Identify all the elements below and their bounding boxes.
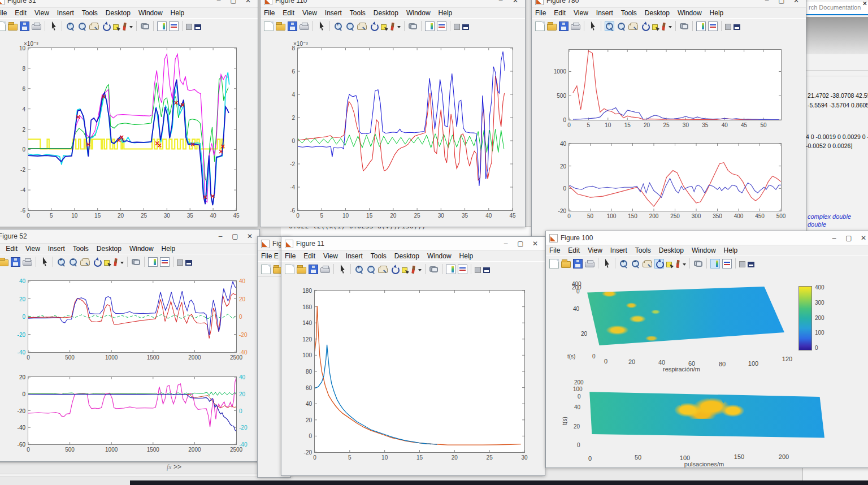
titlebar[interactable]: Figure 31 – ▢ ✕ — [0, 0, 258, 8]
menu-edit[interactable]: Edit — [6, 245, 18, 253]
colorbar-icon[interactable] — [710, 259, 720, 269]
window-figure-780[interactable]: Figure 780 – ▢ ✕ FileEditViewInsertTools… — [531, 0, 806, 243]
new-figure-icon[interactable] — [261, 265, 271, 274]
close-button[interactable]: ✕ — [241, 0, 255, 5]
taskbar-edge[interactable] — [130, 480, 868, 485]
maximize-button[interactable]: ▢ — [513, 240, 528, 248]
print-icon[interactable] — [300, 24, 309, 30]
rotate-icon[interactable] — [654, 259, 664, 269]
colorbar-icon[interactable] — [425, 21, 435, 31]
menu-view[interactable]: View — [302, 9, 317, 17]
new-icon[interactable] — [264, 21, 274, 31]
window-figure-52[interactable]: Figure 52 – ▢ ✕ FileEditViewInsertToolsD… — [0, 229, 260, 462]
dock2-icon[interactable] — [462, 24, 469, 30]
close-button[interactable]: ✕ — [508, 0, 523, 5]
open-icon[interactable] — [297, 267, 306, 274]
menu-tools[interactable]: Tools — [73, 245, 89, 253]
maximize-button[interactable]: ▢ — [226, 0, 241, 5]
datatip-icon[interactable] — [104, 260, 110, 266]
titlebar[interactable]: Figure 11 – ▢ ✕ — [281, 237, 545, 251]
print-icon[interactable] — [23, 260, 32, 266]
new-icon[interactable] — [535, 21, 545, 31]
zoom-in-icon[interactable] — [605, 21, 614, 31]
datatip-icon[interactable] — [402, 267, 407, 273]
menu-view[interactable]: View — [574, 9, 588, 17]
menu-edit[interactable]: Edit — [283, 9, 294, 17]
pan-icon[interactable] — [628, 24, 638, 30]
save-icon[interactable] — [11, 257, 20, 267]
open-icon[interactable] — [561, 261, 571, 268]
menu-desktop[interactable]: Desktop — [659, 246, 684, 254]
menu-desktop[interactable]: Desktop — [374, 9, 398, 17]
save-icon[interactable] — [559, 21, 568, 31]
legend-icon[interactable] — [160, 257, 170, 267]
colorbar-icon[interactable] — [446, 265, 455, 274]
zoom-in-icon[interactable] — [66, 21, 75, 31]
zoom-out-icon[interactable] — [366, 265, 376, 274]
dock2-icon[interactable] — [748, 262, 754, 267]
link-icon[interactable] — [693, 259, 703, 269]
brush-icon[interactable] — [662, 22, 666, 31]
legend-icon[interactable] — [437, 21, 446, 31]
zoom-in-icon[interactable] — [57, 257, 66, 267]
colorbar[interactable] — [798, 286, 812, 350]
surface-pulsaciones[interactable] — [587, 378, 824, 440]
menu-insert[interactable]: Insert — [596, 9, 613, 17]
minimize-button[interactable]: – — [498, 240, 513, 248]
menu-window[interactable]: Window — [406, 9, 431, 17]
link-icon[interactable] — [408, 21, 418, 31]
zoom-out-icon[interactable] — [77, 21, 87, 31]
menu-window[interactable]: Window — [427, 252, 452, 260]
link-icon[interactable] — [140, 21, 150, 31]
surface-respiracion[interactable] — [583, 287, 784, 345]
cursor-icon[interactable] — [588, 21, 597, 31]
zoom-out-icon[interactable] — [345, 21, 355, 31]
maximize-button[interactable]: ▢ — [228, 232, 242, 240]
menu-tools[interactable]: Tools — [371, 252, 387, 260]
titlebar[interactable]: Figure 100 – ▢ ✕ — [546, 231, 868, 245]
menu-insert[interactable]: Insert — [610, 246, 627, 254]
search-documentation-input[interactable]: rch Documentation — [806, 2, 868, 15]
menu-file[interactable]: File — [285, 252, 296, 260]
maximize-button[interactable]: ▢ — [774, 0, 789, 5]
titlebar[interactable]: Figure 780 – ▢ ✕ — [532, 0, 806, 8]
window-figure-31[interactable]: Figure 31 – ▢ ✕ FileEditViewInsertToolsD… — [0, 0, 258, 227]
new-icon[interactable] — [549, 259, 559, 269]
menu-file[interactable]: File — [264, 9, 275, 17]
titlebar[interactable]: Figure 52 – ▢ ✕ — [0, 229, 259, 244]
new-icon[interactable] — [285, 265, 294, 274]
caret-icon[interactable] — [397, 21, 401, 31]
axes-top[interactable]: 0510152025303540455005001000 — [568, 49, 782, 120]
menu-help[interactable]: Help — [439, 9, 453, 17]
window-figure-100[interactable]: Figure 100 – ▢ ✕ FileEditViewInsertTools… — [545, 231, 868, 468]
menu-help[interactable]: Help — [171, 9, 185, 17]
brush-icon[interactable] — [676, 259, 680, 268]
print-icon[interactable] — [585, 262, 594, 267]
menu-view[interactable]: View — [323, 252, 338, 260]
zoom-in-icon[interactable] — [354, 265, 364, 274]
colorbar-icon[interactable] — [157, 21, 167, 31]
open-icon[interactable] — [547, 24, 557, 31]
menu-window[interactable]: Window — [138, 9, 163, 17]
zoom-out-icon[interactable] — [68, 257, 78, 267]
rotate-icon[interactable] — [390, 265, 400, 274]
pan-icon[interactable] — [378, 267, 388, 273]
menu-fragment[interactable]: File E — [261, 252, 279, 260]
menu-help[interactable]: Help — [162, 245, 176, 253]
new-icon[interactable] — [0, 21, 6, 31]
minimize-button[interactable]: – — [827, 234, 841, 242]
close-button[interactable]: ✕ — [789, 0, 804, 5]
zoom-in-icon[interactable] — [333, 21, 343, 31]
menu-file[interactable]: File — [535, 9, 546, 17]
datatip-icon[interactable] — [666, 262, 672, 267]
caret-icon[interactable] — [120, 257, 124, 267]
menu-file[interactable]: File — [0, 9, 7, 17]
command-prompt[interactable]: fx >> — [167, 463, 181, 471]
dock1-icon[interactable] — [177, 259, 183, 266]
menu-help[interactable]: Help — [724, 246, 738, 254]
brush-icon[interactable] — [390, 22, 394, 31]
window-figure-11[interactable]: Figure 11 – ▢ ✕ FileEditViewInsertToolsD… — [281, 236, 545, 476]
datatip-icon[interactable] — [381, 24, 387, 30]
datatip-icon[interactable] — [113, 24, 119, 30]
caret-icon[interactable] — [418, 265, 422, 274]
